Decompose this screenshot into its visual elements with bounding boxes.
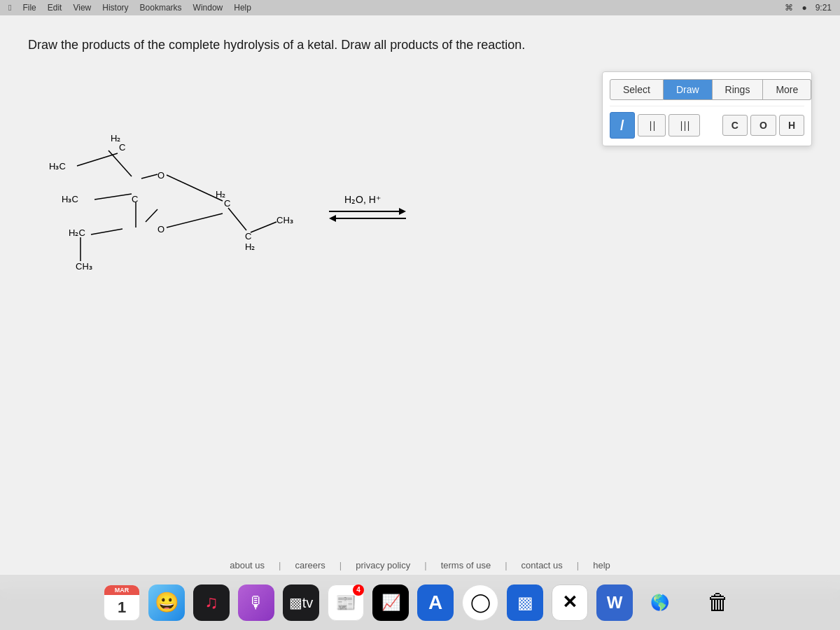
h2c-label: H₂C (69, 227, 85, 238)
h3c-label-2: H₃C (62, 194, 78, 204)
menu-help[interactable]: Help (234, 3, 251, 13)
w-app-icon: W (607, 593, 623, 612)
contact-link[interactable]: contact us (522, 560, 563, 570)
apple-menu[interactable]:  (8, 3, 11, 13)
dock-analytics[interactable]: ▩ (505, 583, 545, 622)
dock-w-app[interactable]: W (595, 583, 634, 622)
news-badge: 4 (353, 584, 364, 596)
dock-x-app[interactable]: ✕ (550, 583, 589, 622)
menu-bookmarks[interactable]: Bookmarks (140, 3, 182, 13)
dock-trash[interactable]: 🗑 (699, 583, 738, 622)
rings-button[interactable]: Rings (713, 79, 764, 100)
dock-stocks[interactable]: 📈 (371, 583, 410, 622)
carbon-button[interactable]: C (722, 115, 748, 136)
toolbar-row-tabs: Select Draw Rings More (610, 79, 804, 106)
triple-bond-button[interactable]: ∣∣∣ (668, 114, 700, 136)
x-app-icon: ✕ (562, 592, 578, 613)
podcast-icon: 🎙 (248, 593, 265, 612)
c-right-label: C (224, 198, 230, 209)
sep-5: | (577, 560, 579, 570)
h3c-label-1: H₃C (49, 161, 66, 172)
bond-o1-h2c-right (167, 175, 223, 201)
toolbar-row-bonds: / ∣∣ ∣∣∣ C O H (610, 112, 804, 139)
more-button[interactable]: More (763, 79, 811, 100)
dock-finder[interactable]: 😀 (147, 583, 186, 622)
music-icon: ♫ (204, 592, 218, 613)
menu-view[interactable]: View (73, 3, 91, 13)
clock: 9:21 (816, 3, 832, 13)
o-label-1: O (158, 170, 164, 181)
bond-c-cright-cbottom (228, 208, 246, 230)
oxygen-button[interactable]: O (750, 115, 776, 136)
bond-h3c-c1 (77, 153, 118, 166)
dock-podcast[interactable]: 🎙 (237, 583, 276, 622)
draw-button[interactable]: Draw (664, 79, 713, 100)
sep-4: | (505, 560, 507, 570)
analytics-icon: ▩ (517, 593, 533, 612)
help-link[interactable]: help (593, 560, 610, 570)
tv-icon: ▩tv (289, 594, 314, 611)
dock-accessibility[interactable]: A (416, 583, 455, 622)
calendar-day: 1 (104, 595, 139, 620)
bond-h2c-ccenter (91, 229, 122, 234)
finder-icon: 😀 (155, 591, 179, 614)
select-button[interactable]: Select (610, 79, 664, 100)
safari-icon: ◯ (470, 592, 491, 613)
h2-bottom-label: H₂ (245, 241, 255, 252)
about-us-link[interactable]: about us (230, 560, 265, 570)
sep-2: | (340, 560, 342, 570)
dock-calendar[interactable]: MAR 1 (102, 583, 141, 622)
o-label-2: O (158, 224, 164, 234)
photos-icon: 🌎 (650, 594, 669, 612)
wifi-icon: ⌘ (785, 3, 793, 13)
news-icon: 📰 (335, 593, 356, 612)
sep-1: | (279, 560, 281, 570)
dock-news[interactable]: 📰 4 (326, 583, 365, 622)
bond-o2-c-right (167, 214, 223, 227)
ch3-lower: CH₃ (76, 261, 92, 272)
c-center: C (132, 194, 138, 204)
chem-toolbar: Select Draw Rings More / ∣∣ ∣∣∣ C O H (602, 71, 812, 146)
bond-cbottom-ch3 (251, 222, 276, 232)
dock-safari[interactable]: ◯ (461, 583, 500, 622)
trash-icon: 🗑 (707, 589, 729, 615)
menu-bar:  File Edit View History Bookmarks Windo… (0, 0, 840, 15)
bond-o1-ccenter (141, 174, 158, 178)
stocks-icon: 📈 (382, 594, 400, 612)
double-bond-button[interactable]: ∣∣ (638, 114, 666, 136)
battery-icon: ● (802, 3, 806, 13)
c-label-1: C (119, 142, 125, 153)
single-bond-button[interactable]: / (610, 112, 635, 139)
menu-file[interactable]: File (22, 3, 36, 13)
dock-photos[interactable]: 🌎 (640, 583, 679, 622)
reagent-label: H₂O, H⁺ (344, 194, 381, 205)
chemistry-svg: H₂ C H₃C O H₃C C H₂C O CH₃ (28, 75, 518, 313)
terms-link[interactable]: terms of use (441, 560, 491, 570)
arrow-head-reverse (329, 215, 336, 222)
bond-h3c2-ccenter (94, 194, 132, 200)
bond-ccenter-o2 (146, 209, 158, 222)
sep-3: | (424, 560, 426, 570)
c-bottom-label: C (245, 231, 251, 241)
dock-tv[interactable]: ▩tv (281, 583, 321, 622)
dock: MAR 1 😀 ♫ 🎙 ▩tv 📰 4 📈 (0, 574, 840, 630)
menu-edit[interactable]: Edit (48, 3, 62, 13)
footer: about us | careers | privacy policy | te… (0, 560, 840, 570)
dock-music[interactable]: ♫ (192, 583, 231, 622)
careers-link[interactable]: careers (295, 560, 325, 570)
accessibility-icon: A (428, 592, 442, 614)
structure-area: H₂ C H₃C O H₃C C H₂C O CH₃ (28, 75, 504, 320)
hydrogen-button[interactable]: H (779, 115, 804, 136)
menu-bar-left:  File Edit View History Bookmarks Windo… (8, 3, 251, 13)
menu-window[interactable]: Window (193, 3, 223, 13)
ch3-right: CH₃ (276, 215, 293, 225)
bond-c1-ccenter (108, 150, 132, 176)
question-text: Draw the products of the complete hydrol… (28, 36, 812, 54)
menu-history[interactable]: History (102, 3, 128, 13)
arrow-head-forward (399, 208, 406, 215)
main-content: Draw the products of the complete hydrol… (0, 15, 840, 589)
calendar-month: MAR (104, 585, 139, 595)
menu-bar-right: ⌘ ● 9:21 (785, 3, 832, 13)
privacy-policy-link[interactable]: privacy policy (356, 560, 410, 570)
